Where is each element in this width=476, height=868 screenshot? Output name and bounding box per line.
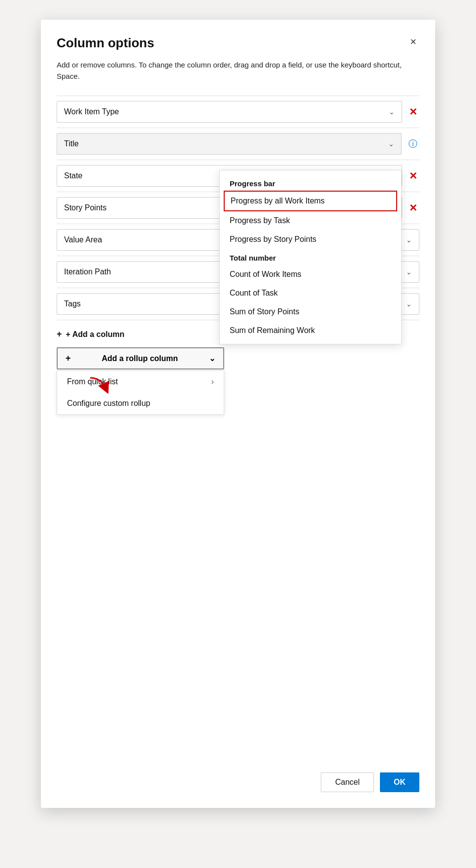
dropdown-item-sum-remaining-work[interactable]: Sum of Remaining Work	[220, 321, 401, 340]
chevron-down-icon-title: ⌄	[388, 140, 394, 148]
content-wrapper: Work Item Type ⌄ ✕ Title ⌄ ⓘ State ⌄ ✕	[57, 96, 419, 415]
dialog-header: Column options ×	[57, 35, 419, 51]
field-select-title[interactable]: Title ⌄	[57, 133, 402, 155]
add-column-label: + Add a column	[66, 330, 125, 339]
submenu-item-custom-rollup[interactable]: Configure custom rollup	[57, 393, 224, 414]
dropdown-item-progress-all[interactable]: Progress by all Work Items	[224, 191, 397, 211]
progress-bar-section-label: Progress bar	[220, 174, 401, 191]
field-label-story-points: Story Points	[64, 203, 106, 212]
remove-icon-state: ✕	[409, 170, 417, 181]
field-label-iteration-path: Iteration Path	[64, 267, 111, 276]
submenu-item-quick-list[interactable]: From quick list ›	[57, 371, 224, 393]
remove-state-button[interactable]: ✕	[407, 170, 419, 182]
dropdown-item-count-task[interactable]: Count of Task	[220, 284, 401, 302]
submenu-chevron-icon: ›	[211, 377, 214, 386]
field-label-value-area: Value Area	[64, 235, 102, 244]
field-label-title: Title	[64, 139, 79, 148]
field-select-work-item-type[interactable]: Work Item Type ⌄	[57, 101, 402, 123]
remove-icon: ✕	[409, 106, 417, 117]
remove-work-item-type-button[interactable]: ✕	[407, 106, 419, 118]
ok-button[interactable]: OK	[380, 772, 419, 792]
rollup-add-icon: +	[66, 353, 71, 364]
rollup-chevron-icon: ⌄	[209, 354, 215, 363]
rollup-button-label: Add a rollup column	[75, 354, 205, 363]
dialog-footer: Cancel OK	[321, 757, 419, 792]
field-label-state: State	[64, 171, 82, 180]
column-row-title: Title ⌄ ⓘ	[57, 128, 419, 160]
close-button[interactable]: ×	[407, 35, 419, 48]
chevron-down-icon-iteration-path: ⌄	[406, 268, 412, 276]
chevron-down-icon-tags: ⌄	[406, 300, 412, 308]
dropdown-item-progress-story-points[interactable]: Progress by Story Points	[220, 230, 401, 249]
total-number-section-label: Total number	[220, 249, 401, 265]
field-label-tags: Tags	[64, 300, 81, 308]
add-column-icon: +	[57, 329, 62, 339]
chevron-down-icon: ⌄	[389, 108, 395, 116]
info-icon: ⓘ	[408, 139, 417, 149]
custom-rollup-label: Configure custom rollup	[67, 399, 150, 408]
info-title-button[interactable]: ⓘ	[407, 138, 419, 150]
dropdown-item-progress-task[interactable]: Progress by Task	[220, 211, 401, 230]
rollup-submenu: From quick list › Configure custom rollu…	[57, 370, 224, 415]
rollup-dropdown: Progress bar Progress by all Work Items …	[219, 170, 402, 344]
dialog-description: Add or remove columns. To change the col…	[57, 60, 419, 82]
cancel-button[interactable]: Cancel	[321, 772, 374, 792]
chevron-down-icon-value-area: ⌄	[406, 236, 412, 244]
column-options-dialog: Column options × Add or remove columns. …	[41, 20, 435, 808]
rollup-section: + Add a rollup column ⌄ From	[57, 347, 419, 415]
add-rollup-column-button[interactable]: + Add a rollup column ⌄	[57, 347, 224, 369]
remove-story-points-button[interactable]: ✕	[407, 202, 419, 214]
dropdown-item-count-work-items[interactable]: Count of Work Items	[220, 265, 401, 284]
dropdown-item-sum-story-points[interactable]: Sum of Story Points	[220, 302, 401, 321]
remove-icon-story-points: ✕	[409, 202, 417, 213]
arrow-indicator	[86, 374, 116, 396]
dialog-title: Column options	[57, 35, 154, 51]
field-label-work-item-type: Work Item Type	[64, 107, 119, 116]
column-row-work-item-type: Work Item Type ⌄ ✕	[57, 96, 419, 128]
